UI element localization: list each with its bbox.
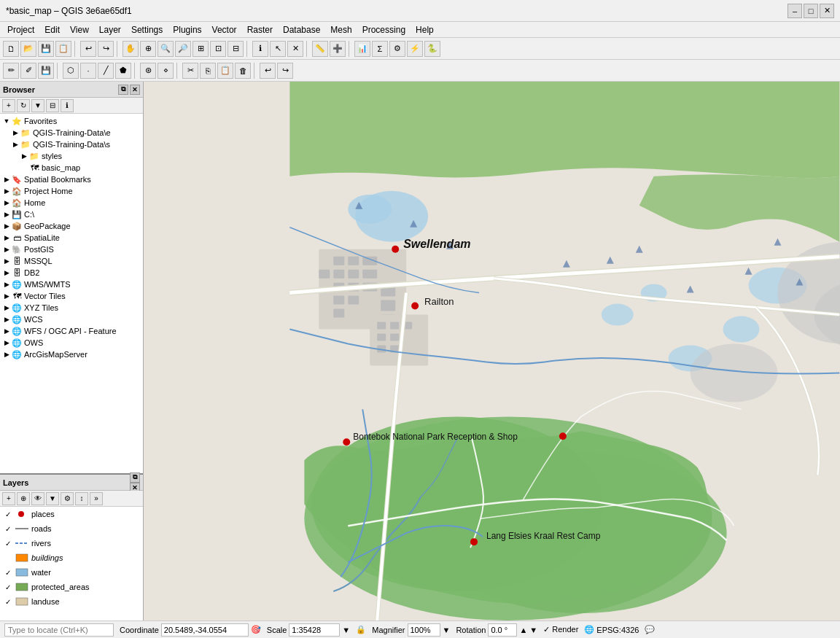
menu-item-raster[interactable]: Raster xyxy=(243,23,277,36)
browser-tree-item[interactable]: ▶🐘PostGIS xyxy=(0,244,143,255)
layer-add-button[interactable]: + xyxy=(2,492,15,505)
measure-button[interactable]: 📏 xyxy=(312,41,328,57)
layer-settings-button[interactable]: ⚙ xyxy=(61,492,74,505)
layer-order-button[interactable]: ↕ xyxy=(75,492,88,505)
python-console-button[interactable]: 🐍 xyxy=(424,41,440,57)
zoom-layer-button[interactable]: ⊡ xyxy=(210,41,226,57)
paste-features-button[interactable]: 📋 xyxy=(217,63,233,79)
browser-tree-item[interactable]: ▶🌐WFS / OGC API - Feature xyxy=(0,325,143,337)
tree-expand-arrow[interactable]: ▶ xyxy=(3,292,10,300)
browser-tree-item[interactable]: ▶🌐WMS/WMTS xyxy=(0,279,143,290)
layer-visibility-check[interactable]: ✓ xyxy=(3,582,13,592)
browser-collapse-button[interactable]: ⊟ xyxy=(46,99,59,112)
browser-tree-item[interactable]: ▶🌐XYZ Tiles xyxy=(0,302,143,314)
processing-button[interactable]: ⚡ xyxy=(407,41,423,57)
tree-expand-arrow[interactable]: ▶ xyxy=(3,316,10,323)
add-line-button[interactable]: ╱ xyxy=(98,63,114,79)
rotation-input[interactable] xyxy=(488,623,517,637)
layer-visibility-check[interactable]: ✓ xyxy=(3,596,13,607)
tree-expand-arrow[interactable]: ▶ xyxy=(3,281,10,288)
tree-expand-arrow[interactable]: ▶ xyxy=(3,176,10,183)
maximize-button[interactable]: □ xyxy=(804,4,818,18)
node-tool-button[interactable]: ⊛ xyxy=(140,63,156,79)
map-area[interactable]: Swellendam Railton Buffeljagsrivier Bont… xyxy=(144,82,840,621)
browser-tree-item[interactable]: ▶🌐ArcGisMapServer xyxy=(0,349,143,360)
browser-tree-item[interactable]: 🗺basic_map xyxy=(0,162,143,174)
browser-info-button[interactable]: ℹ xyxy=(61,99,74,112)
menu-item-processing[interactable]: Processing xyxy=(358,23,410,36)
layer-list-item[interactable]: ✓landuse xyxy=(0,594,143,609)
browser-filter-button[interactable]: ▼ xyxy=(31,99,44,112)
layer-visibility-check[interactable]: ✓ xyxy=(3,567,13,577)
locate-search[interactable] xyxy=(4,623,114,637)
delete-selected-button[interactable]: 🗑 xyxy=(235,63,251,79)
browser-tree-item[interactable]: ▶📦GeoPackage xyxy=(0,220,143,232)
save-as-button[interactable]: 📋 xyxy=(55,41,71,57)
layer-add-group-button[interactable]: ⊕ xyxy=(17,492,30,505)
tree-expand-arrow[interactable]: ▶ xyxy=(3,269,10,276)
deselect-button[interactable]: ✕ xyxy=(287,41,303,57)
browser-tree-item[interactable]: ▶📁QGIS-Training-Data\e xyxy=(0,127,143,139)
tree-expand-arrow[interactable]: ▶ xyxy=(3,327,10,335)
menu-item-settings[interactable]: Settings xyxy=(127,23,167,36)
browser-tree-item[interactable]: ▶📁QGIS-Training-Data\s xyxy=(0,139,143,150)
add-layer-button[interactable]: ➕ xyxy=(330,41,346,57)
tree-expand-arrow[interactable] xyxy=(20,164,28,171)
tree-expand-arrow[interactable]: ▶ xyxy=(3,234,10,241)
layer-visibility-check[interactable]: ✓ xyxy=(3,524,13,534)
tree-expand-arrow[interactable]: ▶ xyxy=(12,129,19,136)
layer-list-item[interactable]: ✓protected_areas xyxy=(0,580,143,594)
menu-item-plugins[interactable]: Plugins xyxy=(168,23,206,36)
browser-tree-item[interactable]: ▶🔖Spatial Bookmarks xyxy=(0,174,143,185)
menu-item-mesh[interactable]: Mesh xyxy=(326,23,356,36)
undo-button[interactable]: ↩ xyxy=(80,41,96,57)
menu-item-vector[interactable]: Vector xyxy=(208,23,241,36)
browser-tree-item[interactable]: ▶🗄MSSQL xyxy=(0,255,143,267)
layer-list-item[interactable]: buildings xyxy=(0,551,143,565)
browser-tree[interactable]: ▼⭐Favorites▶📁QGIS-Training-Data\e▶📁QGIS-… xyxy=(0,114,143,473)
layer-list-item[interactable]: ✓places xyxy=(0,507,143,521)
current-edits-button[interactable]: ✏ xyxy=(3,63,19,79)
browser-tree-item[interactable]: ▶🌐OWS xyxy=(0,337,143,349)
tree-expand-arrow[interactable]: ▶ xyxy=(3,187,10,195)
tree-expand-arrow[interactable]: ▶ xyxy=(3,211,10,218)
tree-expand-arrow[interactable]: ▶ xyxy=(3,222,10,230)
scale-input[interactable] xyxy=(289,623,340,637)
zoom-selection-button[interactable]: ⊟ xyxy=(228,41,244,57)
browser-tree-item[interactable]: ▶🌐WCS xyxy=(0,314,143,325)
edit-layer-button[interactable]: ✐ xyxy=(20,63,36,79)
identify-button[interactable]: ℹ xyxy=(252,41,268,57)
tree-expand-arrow[interactable]: ▶ xyxy=(3,257,10,265)
browser-close-button[interactable]: ✕ xyxy=(130,85,140,95)
redo-button[interactable]: ↪ xyxy=(98,41,114,57)
tree-expand-arrow[interactable]: ▶ xyxy=(20,152,28,160)
magnifier-dropdown-icon[interactable]: ▼ xyxy=(443,626,451,634)
zoom-out-button[interactable]: 🔎 xyxy=(175,41,191,57)
layer-filter-button[interactable]: ▼ xyxy=(46,492,59,505)
tree-expand-arrow[interactable]: ▶ xyxy=(3,246,10,253)
attribute-table-button[interactable]: 📊 xyxy=(354,41,370,57)
rotation-down-icon[interactable]: ▼ xyxy=(529,626,537,634)
pan-button[interactable]: ✋ xyxy=(122,41,139,57)
rotation-up-icon[interactable]: ▲ xyxy=(519,626,527,634)
select-button[interactable]: ↖ xyxy=(270,41,286,57)
new-project-button[interactable]: 🗋 xyxy=(3,41,19,57)
add-point-button[interactable]: · xyxy=(80,63,96,79)
layer-list-item[interactable]: ✓rivers xyxy=(0,536,143,551)
layer-properties-button[interactable]: ⚙ xyxy=(389,41,405,57)
menu-item-edit[interactable]: Edit xyxy=(40,23,64,36)
undo-edit-button[interactable]: ↩ xyxy=(260,63,276,79)
browser-tree-item[interactable]: ▶🏠Home xyxy=(0,197,143,209)
tree-expand-arrow[interactable]: ▶ xyxy=(3,199,10,206)
layer-manage-button[interactable]: 👁 xyxy=(31,492,44,505)
browser-tree-item[interactable]: ▶🗺Vector Tiles xyxy=(0,290,143,302)
tree-expand-arrow[interactable]: ▶ xyxy=(3,339,10,346)
coordinate-input[interactable] xyxy=(161,623,249,637)
scale-dropdown-icon[interactable]: ▼ xyxy=(342,626,350,634)
render-checkbox[interactable]: ✓ Render xyxy=(543,625,578,634)
menu-item-database[interactable]: Database xyxy=(279,23,324,36)
epsg-indicator[interactable]: 🌐 EPSG:4326 xyxy=(584,625,639,634)
stats-button[interactable]: Σ xyxy=(372,41,388,57)
magnifier-input[interactable] xyxy=(408,623,440,637)
layer-list-item[interactable]: ✓roads xyxy=(0,521,143,536)
